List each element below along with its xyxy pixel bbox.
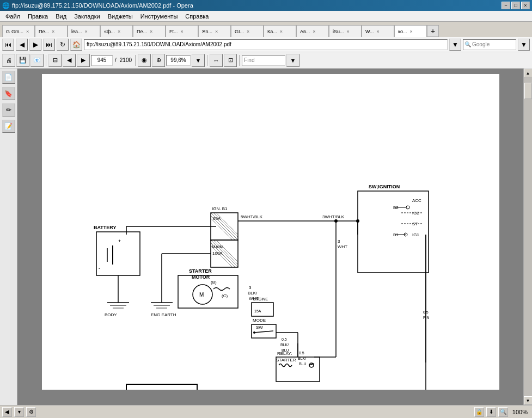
status-icon-settings[interactable]: ⚙	[26, 407, 36, 417]
zoom-out-button[interactable]: ◉	[138, 54, 151, 67]
separator-4	[239, 55, 240, 66]
svg-text:IG1: IG1	[412, 232, 419, 237]
tab-isu[interactable]: iSu...×	[329, 25, 362, 37]
status-security-icon[interactable]: 🔒	[474, 407, 484, 417]
find-input[interactable]	[242, 55, 285, 66]
tab-av[interactable]: Ав...×	[296, 25, 329, 37]
new-tab-button[interactable]: +	[427, 25, 439, 37]
svg-text:BODY: BODY	[105, 312, 117, 317]
svg-text:(B): (B)	[211, 280, 217, 285]
save-button[interactable]: 💾	[16, 54, 29, 67]
zoom-in-button[interactable]: ⊕	[152, 54, 165, 67]
print-button[interactable]: 🖨	[2, 54, 15, 67]
svg-text:IGN. B1: IGN. B1	[212, 206, 228, 211]
svg-text:SW: SW	[256, 325, 263, 330]
sidebar-bookmarks[interactable]: 🔖	[2, 87, 15, 100]
tab-f[interactable]: «ф...×	[100, 25, 133, 37]
svg-text:3WHT/BLK: 3WHT/BLK	[322, 214, 345, 219]
svg-text:BLU: BLU	[299, 362, 307, 366]
svg-text:MODE: MODE	[253, 318, 266, 323]
svg-point-78	[253, 331, 255, 334]
close-button[interactable]: ×	[521, 2, 530, 9]
svg-text:5WHT/BLK: 5WHT/BLK	[241, 214, 263, 219]
page-total: 2100	[119, 57, 133, 63]
page-separator: /	[114, 57, 118, 63]
nav-next-page[interactable]: ▶	[77, 54, 90, 67]
zoom-input[interactable]	[166, 55, 191, 66]
svg-text:WHT: WHT	[338, 244, 347, 249]
svg-text:BATTERY: BATTERY	[94, 225, 117, 230]
nav-prev-page[interactable]: ◀	[63, 54, 76, 67]
status-icon-back[interactable]: ◀	[2, 407, 12, 417]
zoom-dropdown[interactable]: ▼	[192, 54, 205, 67]
tab-pe2[interactable]: Пе...×	[133, 25, 166, 37]
wiring-diagram: + - BATTERY BODY ENG EARTH	[42, 74, 499, 390]
tab-gm[interactable]: GGm...×	[2, 25, 35, 37]
nav-home[interactable]: 🏠	[70, 39, 82, 51]
search-input[interactable]	[471, 40, 515, 50]
nav-forward[interactable]: ▶	[29, 39, 41, 51]
tab-ft[interactable]: Ft...×	[166, 25, 198, 37]
sidebar-annotations[interactable]: ✏	[2, 103, 15, 116]
pdf-area[interactable]: + - BATTERY BODY ENG EARTH	[17, 69, 523, 405]
separator-2	[135, 55, 136, 66]
sidebar-forms[interactable]: 📝	[2, 120, 15, 133]
svg-text:SW;IGNITION: SW;IGNITION	[369, 184, 400, 189]
tab-ko[interactable]: ко...×	[394, 25, 427, 37]
sidebar-thumbnails[interactable]: 📄	[2, 71, 15, 84]
scroll-track[interactable]	[524, 77, 533, 396]
nav-reload[interactable]: ↻	[57, 39, 69, 51]
email-button[interactable]: 📧	[30, 54, 44, 67]
minimize-button[interactable]: −	[502, 2, 510, 9]
menu-tools[interactable]: Инструменты	[137, 12, 181, 21]
left-sidebar: 📄 🔖 ✏ 📝	[0, 69, 17, 405]
status-download-icon[interactable]: ⬇	[486, 407, 496, 417]
vertical-scrollbar[interactable]: ▲ ▼	[523, 69, 532, 405]
fit-width-button[interactable]: ↔	[210, 54, 223, 67]
separator-3	[207, 55, 207, 66]
nav-first[interactable]: ⏮	[2, 39, 14, 51]
tab-ya[interactable]: Яn...×	[198, 25, 231, 37]
tab-pe1[interactable]: Пе...×	[35, 25, 68, 37]
menu-view[interactable]: Вид	[52, 12, 70, 21]
scroll-down-button[interactable]: ▼	[524, 396, 533, 405]
svg-text:RELAY:: RELAY:	[277, 351, 292, 356]
svg-text:0.5: 0.5	[282, 337, 287, 341]
svg-text:0.5: 0.5	[299, 351, 304, 355]
scroll-thumb[interactable]	[524, 83, 532, 99]
scroll-up-button[interactable]: ▲	[524, 69, 533, 77]
status-icon-menu[interactable]: ▾	[14, 407, 24, 417]
svg-text:STARTER: STARTER	[189, 268, 212, 274]
svg-text:MOTOR: MOTOR	[192, 274, 210, 280]
zoom-fit-button[interactable]: ⊟	[48, 54, 62, 67]
fit-page-button[interactable]: ⊡	[224, 54, 237, 67]
search-go[interactable]: ▼	[518, 39, 530, 51]
menu-widgets[interactable]: Виджеты	[105, 12, 136, 21]
address-input[interactable]	[84, 39, 448, 50]
page-number-input[interactable]	[91, 55, 113, 66]
svg-text:M: M	[199, 292, 204, 298]
tab-gi[interactable]: GI...×	[231, 25, 264, 37]
tab-lea[interactable]: lea...×	[68, 25, 100, 37]
menu-edit[interactable]: Правка	[25, 12, 51, 21]
svg-point-54	[356, 219, 359, 223]
nav-last[interactable]: ⏭	[43, 39, 55, 51]
status-left: ◀ ▾ ⚙	[2, 407, 36, 417]
tab-w[interactable]: W...×	[362, 25, 394, 37]
nav-back[interactable]: ◀	[16, 39, 28, 51]
find-dropdown[interactable]: ▼	[286, 54, 299, 67]
menu-help[interactable]: Справка	[182, 12, 212, 21]
titlebar-controls: − □ ×	[502, 2, 530, 9]
menu-bookmarks[interactable]: Закладки	[71, 12, 103, 21]
svg-text:STARTER: STARTER	[276, 358, 296, 362]
tab-ka[interactable]: Ка...×	[264, 25, 296, 37]
menu-file[interactable]: Файл	[2, 12, 23, 21]
svg-text:0.5WHT/GRN: 0.5WHT/GRN	[199, 389, 222, 390]
svg-text:BLK/: BLK/	[280, 343, 289, 347]
status-right: 🔒 ⬇ 🔍 100%	[474, 407, 530, 417]
svg-text:15A: 15A	[254, 309, 261, 313]
svg-text:3: 3	[338, 239, 340, 244]
status-zoom-icon[interactable]: 🔍	[498, 407, 508, 417]
nav-go[interactable]: ▼	[449, 39, 461, 51]
maximize-button[interactable]: □	[511, 2, 520, 9]
